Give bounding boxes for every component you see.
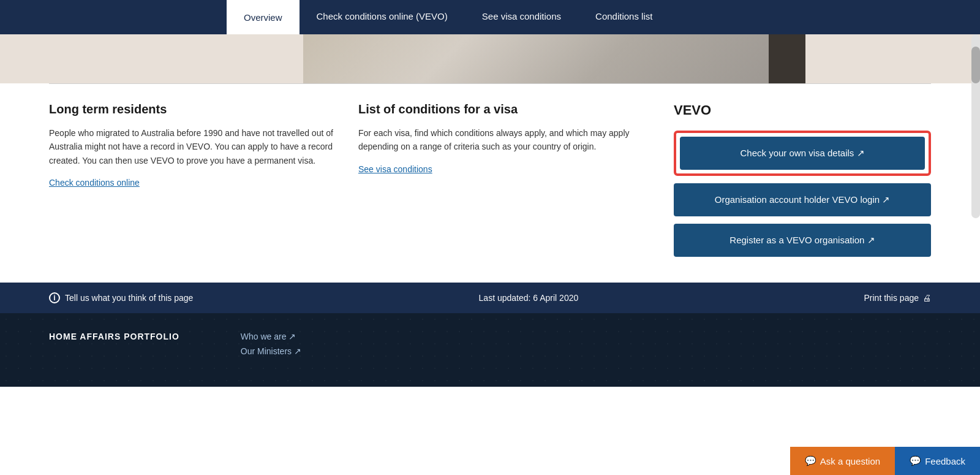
nav-tab-conditions-list[interactable]: Conditions list: [578, 0, 669, 34]
scrollbar[interactable]: [971, 34, 980, 218]
ask-question-button[interactable]: 💬 Ask a question: [790, 447, 895, 475]
nav-spacer: [0, 0, 227, 34]
last-updated: Last updated: 6 April 2020: [479, 293, 579, 303]
ask-icon: 💬: [805, 455, 816, 466]
check-own-visa-button[interactable]: Check your own visa details ↗: [680, 137, 925, 170]
feedback-text-area: i Tell us what you think of this page: [49, 292, 193, 303]
long-term-residents-section: Long term residents People who migrated …: [49, 102, 358, 264]
register-vevo-org-button[interactable]: Register as a VEVO organisation ↗: [674, 224, 931, 257]
highlight-box: Check your own visa details ↗: [674, 131, 931, 176]
footer-bar: i Tell us what you think of this page La…: [0, 283, 980, 313]
footer-dark: HOME AFFAIRS PORTFOLIO Who we are ↗ Our …: [0, 313, 980, 387]
org-vevo-login-button[interactable]: Organisation account holder VEVO login ↗: [674, 183, 931, 216]
footer-ministers-link[interactable]: Our Ministers ↗: [241, 346, 301, 356]
conditions-list-title: List of conditions for a visa: [358, 102, 643, 116]
info-icon: i: [49, 292, 60, 303]
see-visa-conditions-link[interactable]: See visa conditions: [358, 164, 432, 174]
feedback-text[interactable]: Tell us what you think of this page: [65, 293, 193, 303]
conditions-list-section: List of conditions for a visa For each v…: [358, 102, 668, 264]
footer-portfolio-col: HOME AFFAIRS PORTFOLIO: [49, 332, 179, 341]
nav-tab-vevo[interactable]: Check conditions online (VEVO): [300, 0, 465, 34]
footer-links-col: Who we are ↗ Our Ministers ↗: [241, 332, 301, 356]
footer-who-we-are-link[interactable]: Who we are ↗: [241, 332, 301, 341]
feedback-icon: 💬: [910, 455, 921, 466]
conditions-list-body: For each visa, find which conditions alw…: [358, 126, 643, 154]
long-term-title: Long term residents: [49, 102, 334, 116]
feedback-label: Feedback: [925, 456, 965, 466]
print-icon: 🖨: [922, 293, 931, 303]
image-strip: [0, 34, 980, 83]
main-content: Long term residents People who migrated …: [0, 84, 980, 283]
vevo-section: VEVO Check your own visa details ↗ Organ…: [668, 102, 931, 264]
ask-label: Ask a question: [820, 456, 880, 466]
long-term-body: People who migrated to Australia before …: [49, 126, 334, 167]
vevo-title: VEVO: [674, 102, 931, 118]
nav-tab-visa-conditions[interactable]: See visa conditions: [465, 0, 578, 34]
check-conditions-online-link[interactable]: Check conditions online: [49, 178, 140, 188]
image-banner: [303, 34, 805, 83]
footer-portfolio-title: HOME AFFAIRS PORTFOLIO: [49, 332, 179, 341]
print-area[interactable]: Print this page 🖨: [864, 293, 932, 303]
feedback-button[interactable]: 💬 Feedback: [895, 447, 980, 475]
bottom-actions: 💬 Ask a question 💬 Feedback: [790, 447, 980, 475]
nav-tab-overview[interactable]: Overview: [227, 0, 300, 34]
scrollbar-thumb[interactable]: [971, 47, 980, 83]
nav-bar: Overview Check conditions online (VEVO) …: [0, 0, 980, 34]
image-dark-corner: [769, 34, 805, 83]
print-label[interactable]: Print this page: [864, 293, 919, 303]
